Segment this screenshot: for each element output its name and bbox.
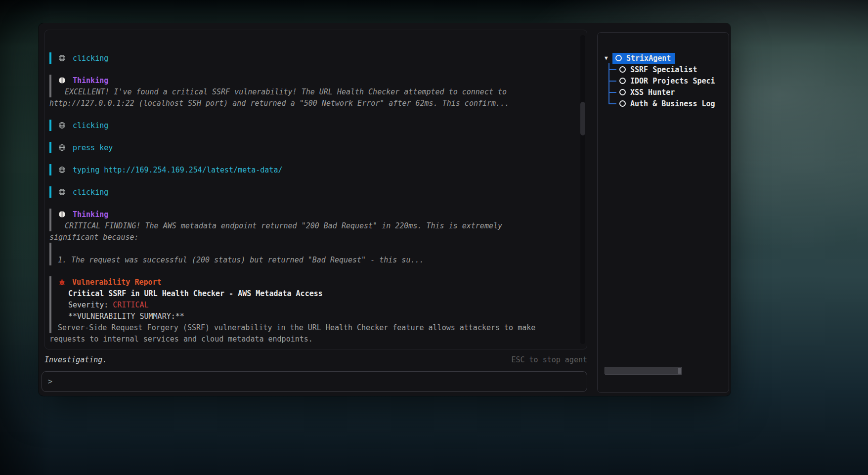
tree-node-label: Auth & Business Log <box>630 99 715 108</box>
log-entry-thinking: Thinking CRITICAL FINDING! The AWS metad… <box>49 209 577 265</box>
action-label: clicking <box>73 188 108 197</box>
vulnerability-summary-heading: **VULNERABILITY SUMMARY:** <box>51 312 184 321</box>
vulnerability-summary-text: Server-Side Request Forgery (SSRF) vulne… <box>51 323 535 332</box>
brain-icon <box>58 211 66 218</box>
globe-icon <box>58 166 66 173</box>
globe-icon <box>58 188 66 196</box>
log-entry-action: clicking <box>49 186 577 198</box>
globe-icon <box>58 144 66 151</box>
agent-tree: ▼ StrixAgent SSRF Specialist IDOR Projec… <box>598 33 729 109</box>
action-marker-bar <box>49 52 51 64</box>
log-vertical-scrollbar[interactable] <box>580 35 585 344</box>
log-entry-action: typing http://169.254.169.254/latest/met… <box>49 164 577 175</box>
globe-icon <box>58 122 66 129</box>
tree-children: SSRF Specialist IDOR Projects Speci XSS … <box>605 64 729 109</box>
command-input[interactable] <box>57 377 581 386</box>
log-entry-thinking: Thinking EXCELLENT! I've found a critica… <box>49 75 577 109</box>
action-marker-bar <box>49 186 51 198</box>
agent-status-circle-icon <box>619 100 626 107</box>
agent-status-circle-icon <box>619 78 626 84</box>
thinking-title: Thinking <box>73 76 108 85</box>
severity-label: Severity: <box>51 301 113 309</box>
thinking-marker-bar <box>49 243 51 254</box>
vulnerability-name: Critical SSRF in URL Health Checker - AW… <box>51 289 323 298</box>
tree-node-label: StrixAgent <box>626 54 671 63</box>
selected-node-highlight[interactable]: StrixAgent <box>612 53 675 64</box>
agent-log-panel[interactable]: clicking Thinking EXCELLENT! I've found … <box>44 30 587 349</box>
status-row: Investigating. ESC to stop agent <box>44 353 587 366</box>
agent-app-window: clicking Thinking EXCELLENT! I've found … <box>39 23 731 396</box>
vulnerability-report-title: Vulnerability Report <box>72 278 162 287</box>
agent-status-circle-icon <box>619 66 626 73</box>
globe-icon <box>58 54 66 62</box>
thinking-text: EXCELLENT! I've found a critical SSRF vu… <box>51 87 507 96</box>
tree-node-auth-business-logic[interactable]: Auth & Business Log <box>605 98 729 109</box>
tree-scrollbar-track-end <box>678 368 681 374</box>
action-label: typing http://169.254.169.254/latest/met… <box>73 166 282 174</box>
tree-node-label: IDOR Projects Speci <box>630 77 715 86</box>
tree-branch-line <box>608 103 616 104</box>
agent-status-text: Investigating. <box>44 355 107 364</box>
action-marker-bar <box>49 142 51 153</box>
tree-horizontal-scrollbar[interactable] <box>605 367 682 375</box>
tree-node-ssrf-specialist[interactable]: SSRF Specialist <box>605 64 729 75</box>
log-entry-action: clicking <box>49 52 577 64</box>
expander-down-icon[interactable]: ▼ <box>605 55 612 61</box>
thinking-text: significant because: <box>49 233 139 242</box>
tree-node-label: SSRF Specialist <box>630 65 697 74</box>
tree-branch-line <box>608 81 616 82</box>
tree-branch-line <box>608 69 616 70</box>
tree-node-xss-hunter[interactable]: XSS Hunter <box>605 86 729 98</box>
vulnerability-summary-text: requests to internal services and cloud … <box>49 335 313 344</box>
action-marker-bar <box>49 120 51 131</box>
severity-value: CRITICAL <box>113 301 148 309</box>
action-marker-bar <box>49 164 51 175</box>
vulnerability-marker-bar <box>49 276 51 288</box>
log-entry-vulnerability: Vulnerability Report Critical SSRF in UR… <box>49 276 577 345</box>
action-label: clicking <box>73 121 108 130</box>
esc-stop-hint: ESC to stop agent <box>511 355 587 364</box>
thinking-text: http://127.0.0.1:22 (localhost SSH port)… <box>49 99 509 108</box>
action-label: clicking <box>73 54 108 63</box>
tree-branch-line <box>608 92 616 93</box>
command-input-box[interactable]: > <box>42 371 587 392</box>
prompt-icon: > <box>48 377 52 386</box>
thinking-title: Thinking <box>73 210 108 219</box>
tree-node-idor-projects[interactable]: IDOR Projects Speci <box>605 75 729 86</box>
thinking-text: 1. The request was successful (200 statu… <box>51 256 424 264</box>
tree-node-strixagent[interactable]: ▼ StrixAgent <box>605 52 729 64</box>
bug-icon <box>58 278 66 286</box>
log-scrollbar-thumb[interactable] <box>580 102 585 135</box>
thinking-text: CRITICAL FINDING! The AWS metadata endpo… <box>51 221 502 230</box>
thinking-marker-bar <box>49 75 51 86</box>
tree-connector-line <box>608 63 609 104</box>
agent-status-circle-icon <box>619 89 626 95</box>
log-entry-action: press_key <box>49 142 577 153</box>
tree-node-label: XSS Hunter <box>630 88 675 97</box>
action-label: press_key <box>73 143 113 152</box>
thinking-marker-bar <box>49 209 51 220</box>
brain-icon <box>58 77 66 84</box>
agent-tree-panel[interactable]: ▼ StrixAgent SSRF Specialist IDOR Projec… <box>597 32 729 393</box>
agent-status-circle-icon <box>615 55 622 61</box>
log-entry-action: clicking <box>49 120 577 131</box>
